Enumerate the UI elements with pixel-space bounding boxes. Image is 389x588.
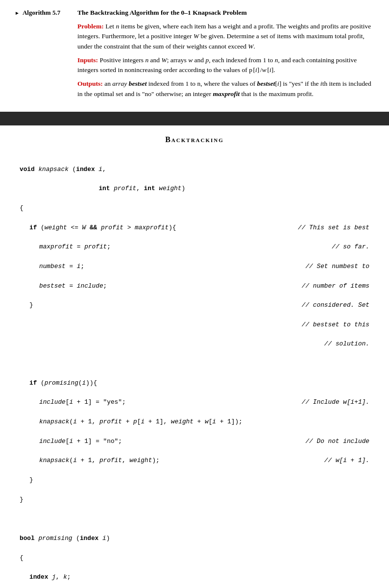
code-line-16: knapsack(i + 1, profit, weight); // w[i … — [20, 456, 369, 466]
code-line-13: include[i + 1] = "yes"; // Include w[i+1… — [20, 397, 369, 407]
algorithm-section: ► Algorithm 5.7 The Backtracking Algorit… — [0, 0, 389, 112]
dark-separator — [0, 112, 389, 125]
algorithm-label: ► Algorithm 5.7 — [15, 9, 69, 17]
code-line-20: { — [20, 553, 369, 563]
code-line-12: if (promising(i)){ — [20, 378, 369, 388]
algorithm-number: Algorithm 5.7 — [23, 9, 60, 17]
code-line-9: // bestset to this — [20, 320, 369, 330]
problem-paragraph: Problem: Let n items be given, where eac… — [77, 22, 374, 51]
code-line-10: // solution. — [20, 339, 369, 349]
outputs-paragraph: Outputs: an array bestset indexed from 1… — [77, 79, 374, 99]
inputs-paragraph: Inputs: Positive integers n and W; array… — [77, 55, 374, 75]
problem-label: Problem: — [77, 23, 104, 30]
inputs-label: Inputs: — [77, 56, 98, 64]
code-title: Backtracking — [20, 135, 369, 144]
code-line-2: int profit, int weight) — [20, 184, 369, 194]
code-line-blank — [20, 514, 369, 524]
code-line-8: } // considered. Set — [20, 300, 369, 310]
triangle-icon: ► — [15, 10, 20, 16]
outputs-text: an array bestset indexed from 1 to n, wh… — [77, 80, 371, 97]
code-line-21: index j, k; — [20, 572, 369, 582]
code-line-14: knapsack(i + 1, profit + p[i + 1], weigh… — [20, 417, 369, 427]
code-section: Backtracking void knapsack (index i, int… — [0, 125, 389, 588]
code-line-4: if (weight <= W && profit > maxprofit){ … — [20, 223, 369, 233]
code-line-17: } — [20, 475, 369, 485]
inputs-text: Positive integers n and W; arrays w and … — [77, 56, 357, 74]
code-block: void knapsack (index i, int profit, int … — [20, 155, 369, 588]
algorithm-header: ► Algorithm 5.7 The Backtracking Algorit… — [15, 9, 374, 17]
algorithm-title: The Backtracking Algorithm for the 0–1 K… — [77, 9, 247, 17]
code-line-11 — [20, 359, 369, 368]
code-line-19: bool promising (index i) — [20, 534, 369, 543]
code-line-1: void knapsack (index i, — [20, 165, 369, 174]
code-line-15: include[i + 1] = "no"; // Do not include — [20, 437, 369, 446]
code-line-18: } — [20, 495, 369, 505]
problem-text: Let n items be given, where each item ha… — [77, 23, 371, 50]
code-line-3: { — [20, 203, 369, 213]
code-line-5: maxprofit = profit; // so far. — [20, 242, 369, 252]
code-line-6: numbest = i; // Set numbest to — [20, 262, 369, 271]
code-line-7: bestset = include; // number of items — [20, 281, 369, 291]
description-block: Problem: Let n items be given, where eac… — [77, 22, 374, 99]
outputs-label: Outputs: — [77, 80, 103, 87]
